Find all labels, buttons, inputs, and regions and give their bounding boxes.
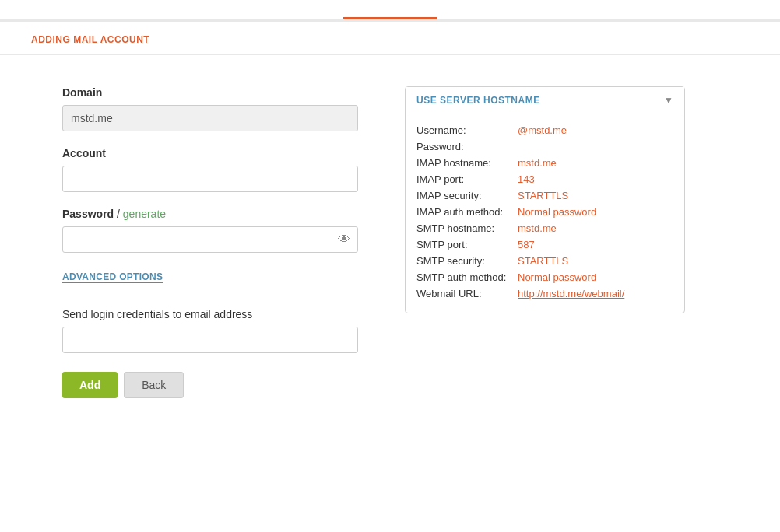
- config-key: IMAP hostname:: [416, 157, 518, 169]
- server-config-header-label: USE SERVER HOSTNAME: [416, 95, 540, 106]
- right-panel: USE SERVER HOSTNAME ▼ Username:@mstd.meP…: [405, 86, 685, 398]
- config-row: Webmail URL:http://mstd.me/webmail/: [416, 285, 673, 302]
- config-value: Normal password: [518, 271, 596, 283]
- toggle-password-icon[interactable]: 👁: [338, 233, 350, 247]
- advanced-options-link[interactable]: ADVANCED OPTIONS: [62, 271, 163, 283]
- top-bar: [0, 0, 780, 22]
- config-key: Password:: [416, 141, 518, 152]
- server-config-box: USE SERVER HOSTNAME ▼ Username:@mstd.meP…: [405, 86, 685, 313]
- left-panel: Domain Account Password / generate 👁 ADV…: [62, 86, 358, 398]
- button-row: Add Back: [62, 372, 358, 398]
- domain-field-group: Domain: [62, 86, 358, 131]
- config-value: mstd.me: [518, 222, 557, 234]
- config-value: http://mstd.me/webmail/: [518, 288, 624, 299]
- config-key: IMAP security:: [416, 190, 518, 201]
- server-config-header[interactable]: USE SERVER HOSTNAME ▼: [406, 87, 684, 114]
- config-key: SMTP port:: [416, 239, 518, 250]
- password-wrapper: 👁: [62, 226, 358, 253]
- config-row: IMAP auth method:Normal password: [416, 204, 673, 220]
- account-label: Account: [62, 147, 358, 159]
- main-content: Domain Account Password / generate 👁 ADV…: [0, 55, 780, 429]
- password-field-group: Password / generate 👁: [62, 208, 358, 253]
- domain-label: Domain: [62, 86, 358, 99]
- account-field-group: Account: [62, 147, 358, 192]
- add-button[interactable]: Add: [62, 372, 118, 398]
- config-key: IMAP port:: [416, 173, 518, 185]
- send-credentials-input[interactable]: [62, 327, 358, 353]
- config-row: SMTP hostname:mstd.me: [416, 220, 673, 236]
- send-credentials-section: Send login credentials to email address: [62, 308, 358, 353]
- config-key: IMAP auth method:: [416, 206, 518, 218]
- config-row: Username:@mstd.me: [416, 122, 673, 138]
- dropdown-arrow-icon: ▼: [664, 95, 673, 106]
- send-credentials-label: Send login credentials to email address: [62, 308, 358, 320]
- page-title: ADDING MAIL ACCOUNT: [31, 34, 149, 45]
- config-key: SMTP security:: [416, 255, 518, 267]
- password-label: Password / generate: [62, 208, 358, 220]
- config-key: Webmail URL:: [416, 288, 518, 299]
- top-bar-accent: [343, 17, 437, 19]
- config-value: STARTTLS: [518, 190, 568, 201]
- config-row: IMAP security:STARTTLS: [416, 187, 673, 204]
- config-value: STARTTLS: [518, 255, 568, 267]
- config-key: SMTP auth method:: [416, 271, 518, 283]
- generate-link[interactable]: generate: [123, 208, 166, 220]
- domain-input[interactable]: [62, 105, 358, 131]
- page-header: ADDING MAIL ACCOUNT: [0, 22, 780, 55]
- config-value: 143: [518, 173, 535, 185]
- config-value: mstd.me: [518, 157, 557, 169]
- config-row: IMAP hostname:mstd.me: [416, 155, 673, 171]
- config-row: SMTP port:587: [416, 236, 673, 253]
- back-button[interactable]: Back: [124, 372, 184, 398]
- config-row: SMTP security:STARTTLS: [416, 253, 673, 269]
- server-config-table: Username:@mstd.mePassword:IMAP hostname:…: [406, 114, 684, 313]
- account-input[interactable]: [62, 166, 358, 192]
- config-value: 587: [518, 239, 535, 250]
- config-row: IMAP port:143: [416, 171, 673, 187]
- config-row: Password:: [416, 138, 673, 155]
- config-row: SMTP auth method:Normal password: [416, 269, 673, 285]
- password-input[interactable]: [62, 226, 358, 253]
- config-value: Normal password: [518, 206, 596, 218]
- config-key: SMTP hostname:: [416, 222, 518, 234]
- config-key: Username:: [416, 124, 518, 136]
- config-value: @mstd.me: [518, 124, 567, 136]
